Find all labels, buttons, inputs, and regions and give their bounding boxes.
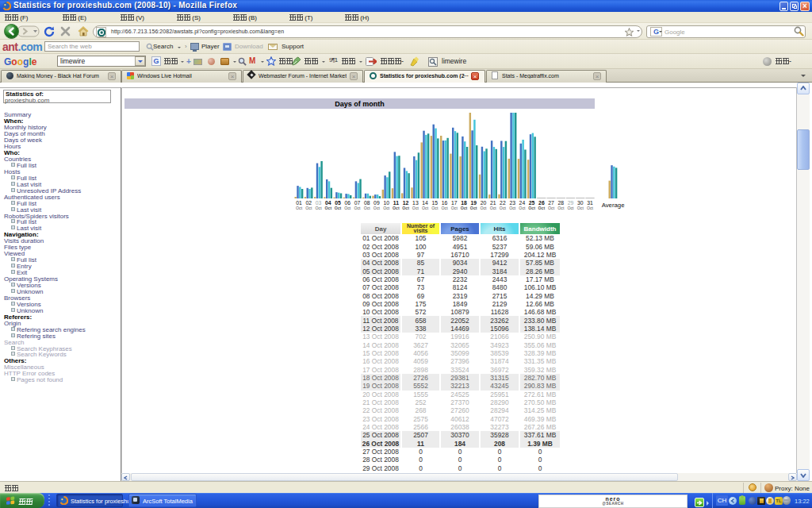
svg-text:Oct: Oct (557, 206, 565, 210)
svg-text:26: 26 (538, 200, 545, 206)
svg-text:08: 08 (364, 200, 370, 206)
svg-text:Oct: Oct (412, 206, 419, 210)
svg-text:Oct: Oct (528, 206, 535, 210)
svg-text:04: 04 (325, 200, 331, 206)
svg-text:Oct: Oct (567, 206, 574, 210)
svg-text:23: 23 (509, 200, 515, 206)
svg-text:02: 02 (306, 200, 312, 206)
svg-text:05: 05 (335, 200, 341, 206)
svg-text:18: 18 (461, 200, 467, 206)
svg-text:22: 22 (500, 200, 506, 206)
svg-text:09: 09 (373, 200, 380, 206)
svg-text:13: 13 (412, 200, 419, 206)
svg-text:Oct: Oct (431, 206, 439, 210)
svg-text:21: 21 (490, 200, 496, 206)
svg-text:Oct: Oct (354, 206, 361, 210)
svg-text:Oct: Oct (364, 206, 371, 210)
svg-text:03: 03 (316, 200, 322, 206)
svg-text:Oct: Oct (422, 206, 429, 210)
svg-text:30: 30 (577, 200, 584, 206)
svg-text:10: 10 (383, 200, 389, 206)
svg-text:29: 29 (568, 200, 574, 206)
svg-text:24: 24 (519, 200, 526, 206)
svg-text:Oct: Oct (490, 206, 497, 210)
svg-text:Oct: Oct (548, 206, 555, 210)
svg-text:Oct: Oct (470, 206, 477, 210)
svg-text:Oct: Oct (296, 206, 303, 210)
svg-text:Oct: Oct (519, 206, 526, 210)
svg-text:Oct: Oct (344, 206, 351, 210)
svg-text:Oct: Oct (402, 206, 409, 210)
svg-text:14: 14 (422, 200, 428, 206)
svg-text:Oct: Oct (538, 206, 546, 210)
svg-text:Oct: Oct (316, 206, 323, 210)
svg-text:Oct: Oct (373, 206, 381, 210)
svg-text:Oct: Oct (461, 206, 468, 210)
svg-text:17: 17 (451, 200, 458, 206)
svg-text:Oct: Oct (442, 206, 449, 210)
svg-text:Oct: Oct (383, 206, 390, 210)
svg-text:25: 25 (529, 200, 535, 206)
svg-text:27: 27 (548, 200, 554, 206)
svg-text:Oct: Oct (509, 206, 516, 210)
svg-text:28: 28 (558, 200, 565, 206)
svg-text:11: 11 (393, 200, 399, 206)
svg-text:Oct: Oct (577, 206, 584, 210)
svg-text:Oct: Oct (451, 206, 458, 210)
svg-text:06: 06 (344, 200, 350, 206)
svg-text:Oct: Oct (587, 206, 594, 210)
svg-text:Average: Average (602, 202, 625, 209)
svg-text:07: 07 (354, 200, 361, 206)
svg-text:15: 15 (432, 200, 439, 206)
svg-text:19: 19 (470, 200, 477, 206)
svg-text:Oct: Oct (305, 206, 312, 210)
svg-text:Oct: Oct (324, 206, 331, 210)
svg-text:Oct: Oct (500, 206, 507, 210)
svg-text:20: 20 (481, 200, 487, 206)
svg-text:31: 31 (587, 200, 593, 206)
svg-text:16: 16 (442, 200, 448, 206)
svg-text:01: 01 (296, 200, 302, 206)
svg-text:12: 12 (403, 200, 409, 206)
svg-text:Oct: Oct (335, 206, 342, 210)
svg-text:Oct: Oct (480, 206, 487, 210)
svg-text:Oct: Oct (393, 206, 400, 210)
